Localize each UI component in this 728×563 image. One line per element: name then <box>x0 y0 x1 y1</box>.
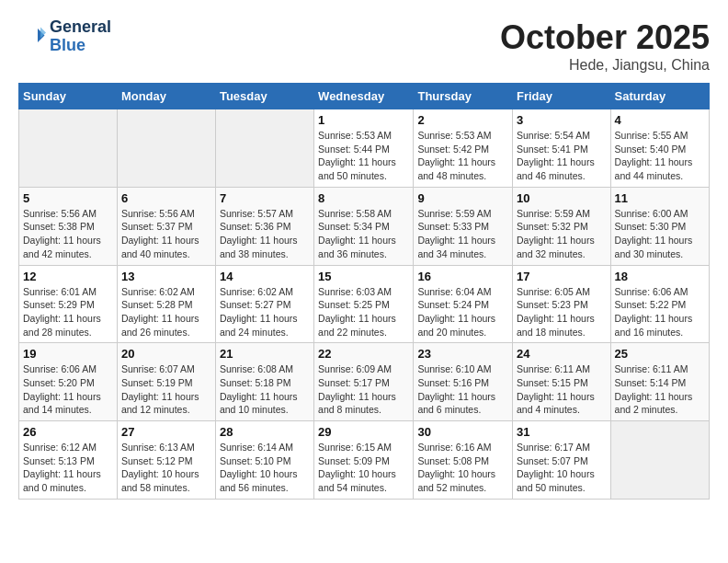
calendar-cell: 13Sunrise: 6:02 AMSunset: 5:28 PMDayligh… <box>117 265 215 343</box>
day-number: 5 <box>23 191 113 205</box>
logo-line1: General <box>50 18 111 37</box>
day-number: 15 <box>318 270 409 283</box>
day-detail: Sunrise: 6:06 AMSunset: 5:22 PMDaylight:… <box>615 285 705 339</box>
day-number: 2 <box>417 113 508 127</box>
day-number: 16 <box>417 270 508 283</box>
calendar-cell: 31Sunrise: 6:17 AMSunset: 5:07 PMDayligh… <box>513 421 611 500</box>
weekday-header-wednesday: Wednesday <box>314 84 414 109</box>
month-title: October 2025 <box>500 18 710 57</box>
page-header: General Blue October 2025 Hede, Jiangsu,… <box>18 18 710 74</box>
weekday-header-thursday: Thursday <box>414 84 513 109</box>
calendar-cell <box>117 109 215 188</box>
title-block: October 2025 Hede, Jiangsu, China <box>500 18 710 74</box>
calendar-cell: 14Sunrise: 6:02 AMSunset: 5:27 PMDayligh… <box>215 265 313 343</box>
day-number: 18 <box>615 270 705 283</box>
day-number: 30 <box>417 425 508 439</box>
day-detail: Sunrise: 5:53 AMSunset: 5:42 PMDaylight:… <box>417 129 508 183</box>
day-number: 1 <box>318 113 409 127</box>
weekday-header-monday: Monday <box>117 84 215 109</box>
weekday-header-friday: Friday <box>513 84 611 109</box>
day-detail: Sunrise: 6:09 AMSunset: 5:17 PMDaylight:… <box>318 362 409 417</box>
calendar-week-4: 19Sunrise: 6:06 AMSunset: 5:20 PMDayligh… <box>19 343 710 421</box>
day-detail: Sunrise: 6:06 AMSunset: 5:20 PMDaylight:… <box>23 362 113 417</box>
calendar-body: 1Sunrise: 5:53 AMSunset: 5:44 PMDaylight… <box>19 109 710 500</box>
calendar-cell: 21Sunrise: 6:08 AMSunset: 5:18 PMDayligh… <box>215 343 313 421</box>
day-number: 8 <box>318 191 409 205</box>
calendar-cell: 2Sunrise: 5:53 AMSunset: 5:42 PMDaylight… <box>414 109 513 188</box>
location: Hede, Jiangsu, China <box>500 57 710 74</box>
logo-icon <box>18 23 46 51</box>
calendar-cell: 26Sunrise: 6:12 AMSunset: 5:13 PMDayligh… <box>19 421 118 500</box>
calendar-cell: 7Sunrise: 5:57 AMSunset: 5:36 PMDaylight… <box>215 187 313 265</box>
day-number: 14 <box>220 270 310 283</box>
day-detail: Sunrise: 6:08 AMSunset: 5:18 PMDaylight:… <box>220 362 310 417</box>
day-detail: Sunrise: 5:55 AMSunset: 5:40 PMDaylight:… <box>615 129 705 183</box>
day-number: 20 <box>121 347 211 361</box>
calendar-cell: 28Sunrise: 6:14 AMSunset: 5:10 PMDayligh… <box>215 421 313 500</box>
day-detail: Sunrise: 6:03 AMSunset: 5:25 PMDaylight:… <box>318 285 409 339</box>
day-detail: Sunrise: 6:11 AMSunset: 5:15 PMDaylight:… <box>517 362 607 417</box>
day-detail: Sunrise: 6:07 AMSunset: 5:19 PMDaylight:… <box>121 362 211 417</box>
logo-line2: Blue <box>50 37 111 55</box>
day-detail: Sunrise: 6:01 AMSunset: 5:29 PMDaylight:… <box>23 285 113 339</box>
day-detail: Sunrise: 5:56 AMSunset: 5:37 PMDaylight:… <box>121 207 211 261</box>
calendar-cell: 24Sunrise: 6:11 AMSunset: 5:15 PMDayligh… <box>513 343 611 421</box>
day-number: 9 <box>417 191 508 205</box>
day-detail: Sunrise: 5:53 AMSunset: 5:44 PMDaylight:… <box>318 129 409 183</box>
calendar-cell: 22Sunrise: 6:09 AMSunset: 5:17 PMDayligh… <box>314 343 414 421</box>
weekday-header-tuesday: Tuesday <box>215 84 313 109</box>
day-detail: Sunrise: 6:15 AMSunset: 5:09 PMDaylight:… <box>318 441 409 495</box>
calendar-cell <box>215 109 313 188</box>
day-number: 6 <box>121 191 211 205</box>
calendar-cell: 4Sunrise: 5:55 AMSunset: 5:40 PMDaylight… <box>610 109 709 188</box>
day-detail: Sunrise: 5:54 AMSunset: 5:41 PMDaylight:… <box>517 129 607 183</box>
day-detail: Sunrise: 6:02 AMSunset: 5:27 PMDaylight:… <box>220 285 310 339</box>
day-number: 21 <box>220 347 310 361</box>
day-detail: Sunrise: 6:11 AMSunset: 5:14 PMDaylight:… <box>615 362 705 417</box>
calendar-cell: 27Sunrise: 6:13 AMSunset: 5:12 PMDayligh… <box>117 421 215 500</box>
day-number: 3 <box>517 113 607 127</box>
calendar-cell: 25Sunrise: 6:11 AMSunset: 5:14 PMDayligh… <box>610 343 709 421</box>
day-detail: Sunrise: 6:00 AMSunset: 5:30 PMDaylight:… <box>615 207 705 261</box>
day-detail: Sunrise: 5:59 AMSunset: 5:33 PMDaylight:… <box>417 207 508 261</box>
weekday-header-sunday: Sunday <box>19 84 118 109</box>
logo-text: General Blue <box>50 18 111 55</box>
day-detail: Sunrise: 6:04 AMSunset: 5:24 PMDaylight:… <box>417 285 508 339</box>
calendar-cell: 11Sunrise: 6:00 AMSunset: 5:30 PMDayligh… <box>610 187 709 265</box>
calendar-table: SundayMondayTuesdayWednesdayThursdayFrid… <box>18 83 710 500</box>
calendar-cell: 6Sunrise: 5:56 AMSunset: 5:37 PMDaylight… <box>117 187 215 265</box>
calendar-cell: 20Sunrise: 6:07 AMSunset: 5:19 PMDayligh… <box>117 343 215 421</box>
calendar-week-1: 1Sunrise: 5:53 AMSunset: 5:44 PMDaylight… <box>19 109 710 188</box>
day-detail: Sunrise: 6:02 AMSunset: 5:28 PMDaylight:… <box>121 285 211 339</box>
day-detail: Sunrise: 5:59 AMSunset: 5:32 PMDaylight:… <box>517 207 607 261</box>
day-number: 27 <box>121 425 211 439</box>
day-detail: Sunrise: 6:16 AMSunset: 5:08 PMDaylight:… <box>417 441 508 495</box>
calendar-week-2: 5Sunrise: 5:56 AMSunset: 5:38 PMDaylight… <box>19 187 710 265</box>
day-number: 4 <box>615 113 705 127</box>
day-detail: Sunrise: 5:57 AMSunset: 5:36 PMDaylight:… <box>220 207 310 261</box>
day-number: 26 <box>23 425 113 439</box>
day-number: 28 <box>220 425 310 439</box>
calendar-header: SundayMondayTuesdayWednesdayThursdayFrid… <box>19 84 710 109</box>
day-detail: Sunrise: 6:12 AMSunset: 5:13 PMDaylight:… <box>23 441 113 495</box>
logo: General Blue <box>18 18 111 55</box>
calendar-cell <box>610 421 709 500</box>
day-number: 22 <box>318 347 409 361</box>
header-row: SundayMondayTuesdayWednesdayThursdayFrid… <box>19 84 710 109</box>
day-number: 10 <box>517 191 607 205</box>
day-number: 11 <box>615 191 705 205</box>
day-detail: Sunrise: 5:56 AMSunset: 5:38 PMDaylight:… <box>23 207 113 261</box>
day-number: 25 <box>615 347 705 361</box>
calendar-cell <box>19 109 118 188</box>
calendar-cell: 3Sunrise: 5:54 AMSunset: 5:41 PMDaylight… <box>513 109 611 188</box>
day-number: 19 <box>23 347 113 361</box>
calendar-cell: 23Sunrise: 6:10 AMSunset: 5:16 PMDayligh… <box>414 343 513 421</box>
day-number: 13 <box>121 270 211 283</box>
calendar-cell: 17Sunrise: 6:05 AMSunset: 5:23 PMDayligh… <box>513 265 611 343</box>
day-number: 17 <box>517 270 607 283</box>
calendar-cell: 19Sunrise: 6:06 AMSunset: 5:20 PMDayligh… <box>19 343 118 421</box>
calendar-cell: 9Sunrise: 5:59 AMSunset: 5:33 PMDaylight… <box>414 187 513 265</box>
calendar-week-5: 26Sunrise: 6:12 AMSunset: 5:13 PMDayligh… <box>19 421 710 500</box>
calendar-cell: 10Sunrise: 5:59 AMSunset: 5:32 PMDayligh… <box>513 187 611 265</box>
day-detail: Sunrise: 6:05 AMSunset: 5:23 PMDaylight:… <box>517 285 607 339</box>
